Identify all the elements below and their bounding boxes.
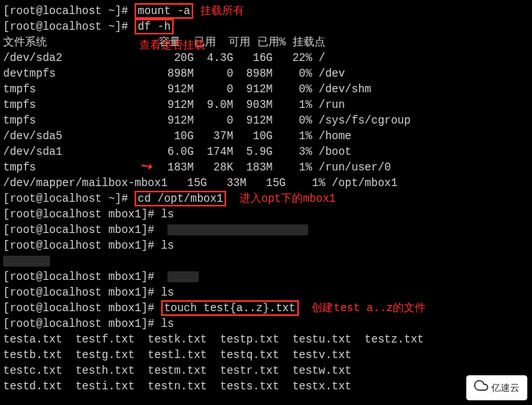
redacted-area: [167, 271, 199, 282]
watermark-text: 亿速云: [491, 380, 519, 396]
cmd-ls: ls: [161, 208, 174, 220]
cmd-df-box: df -h: [135, 19, 174, 34]
cmd-line-smudge: [root@localhost mbox1]#: [3, 222, 529, 238]
prompt: [root@localhost mbox1]#: [3, 271, 161, 283]
ls-row: testc.txt testh.txt testm.txt testr.txt …: [3, 363, 529, 378]
df-row: tmpfs 912M 0 912M 0% /dev/shm: [3, 81, 529, 97]
cmd-line-mount: [root@localhost ~]# mount -a 挂载所有: [3, 3, 529, 19]
prompt: [root@localhost mbox1]#: [3, 239, 161, 252]
cmd-cd: cd /opt/mbox1: [138, 192, 223, 205]
annot-create-files: 创建test a..z的文件: [311, 300, 426, 316]
ls-row: testa.txt testf.txt testk.txt testp.txt …: [3, 332, 529, 347]
cmd-touch: touch test{a..z}.txt: [164, 302, 296, 314]
cmd-line-ls: [root@localhost mbox1]# ls: [3, 206, 529, 222]
cmd-line-ls: [root@localhost mbox1]# ls: [3, 238, 529, 253]
cmd-line-ls: [root@localhost mbox1]# ls: [3, 285, 529, 300]
ls-row: testb.txt testg.txt testl.txt testq.txt …: [3, 347, 529, 363]
cmd-ls: ls: [161, 286, 174, 299]
prompt: [root@localhost mbox1]#: [3, 317, 161, 330]
cmd-touch-box: touch test{a..z}.txt: [161, 300, 299, 316]
df-row: devtmpfs 898M 0 898M 0% /dev: [3, 66, 529, 81]
cmd-cd-box: cd /opt/mbox1: [135, 191, 226, 206]
df-row: /dev/sda1 6.0G 174M 5.9G 3% /boot: [3, 144, 529, 159]
df-row: /dev/sda2 20G 4.3G 16G 22% /: [3, 50, 529, 66]
annot-check-mount: 查看是否挂载: [139, 38, 205, 53]
df-row: tmpfs 912M 9.0M 903M 1% /run: [3, 97, 529, 113]
cmd-line-ls: [root@localhost mbox1]# ls: [3, 316, 529, 332]
prompt: [root@localhost mbox1]#: [3, 208, 161, 220]
df-row: tmpfs 912M 0 912M 0% /sys/fs/cgroup: [3, 113, 529, 128]
cmd-mount: mount -a: [138, 5, 190, 17]
cmd-ls: ls: [161, 239, 174, 252]
prompt: [root@localhost ~]#: [3, 5, 135, 17]
cloud-icon: [474, 378, 488, 397]
prompt: [root@localhost mbox1]#: [3, 224, 161, 236]
prompt: [root@localhost mbox1]#: [3, 302, 161, 314]
cmd-df: df -h: [138, 20, 171, 33]
df-row: /dev/mapper/mailbox-mbox1 15G 33M 15G 1%…: [3, 175, 529, 191]
redacted-area: [167, 224, 308, 235]
output-redacted: [3, 253, 529, 269]
annot-enter-mbox: 进入opt下的mbox1: [239, 191, 336, 206]
prompt: [root@localhost ~]#: [3, 20, 135, 33]
df-row: tmpfs 183M 28K 183M 1% /run/user/0: [3, 159, 529, 175]
cmd-line-touch: [root@localhost mbox1]# touch test{a..z}…: [3, 300, 529, 316]
annot-mount-all: 挂载所有: [200, 3, 244, 19]
cmd-line-df: [root@localhost ~]# df -h: [3, 19, 529, 34]
prompt: [root@localhost mbox1]#: [3, 286, 161, 299]
ls-row: testd.txt testi.txt testn.txt tests.txt …: [3, 378, 529, 394]
cmd-line-cd: [root@localhost ~]# cd /opt/mbox1 进入opt下…: [3, 191, 529, 206]
df-row: /dev/sda5 10G 37M 10G 1% /home: [3, 128, 529, 144]
cmd-line-smudge: [root@localhost mbox1]#: [3, 269, 529, 285]
cmd-mount-box: mount -a: [135, 3, 193, 19]
df-header-line: 文件系统 容量 已用 可用 已用% 挂载点: [3, 34, 529, 50]
prompt: [root@localhost ~]#: [3, 192, 135, 205]
watermark-badge: 亿速云: [466, 375, 527, 400]
cmd-ls: ls: [161, 317, 174, 330]
redacted-area: [3, 256, 50, 267]
